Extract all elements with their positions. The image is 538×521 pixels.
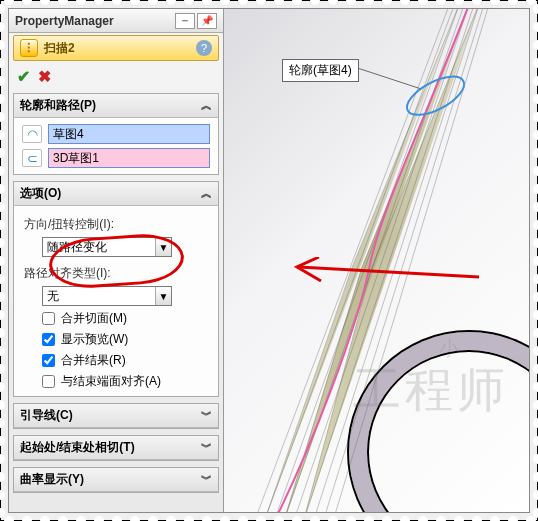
- chevron-down-icon: ︾: [201, 440, 212, 455]
- path-align-label: 路径对齐类型(I):: [24, 265, 208, 282]
- align-ends-checkbox[interactable]: 与结束端面对齐(A): [42, 373, 210, 390]
- svg-line-10: [352, 66, 421, 89]
- merge-result-label: 合并结果(R): [61, 352, 126, 369]
- merge-tangent-input[interactable]: [42, 312, 55, 325]
- twist-control-value: 随路径变化: [47, 239, 107, 256]
- merge-result-checkbox[interactable]: 合并结果(R): [42, 352, 210, 369]
- scallop-edge: [533, 0, 538, 521]
- section-startend: 起始处/结束处相切(T) ︾: [13, 435, 219, 461]
- scallop-edge: [0, 0, 538, 5]
- section-title: 选项(O): [20, 185, 61, 202]
- graphics-viewport[interactable]: 轮廓(草图4) 小 工程师: [224, 9, 529, 512]
- section-title: 轮廓和路径(P): [20, 97, 96, 114]
- path-value: 3D草图1: [53, 150, 99, 167]
- path-icon: ⊂: [22, 149, 42, 167]
- scallop-edge: [0, 0, 5, 521]
- section-title: 引导线(C): [20, 407, 73, 424]
- profile-callout[interactable]: 轮廓(草图4): [282, 59, 359, 82]
- twist-control-label: 方向/扭转控制(I):: [24, 216, 208, 233]
- section-guides: 引导线(C) ︾: [13, 403, 219, 429]
- profile-icon: ◠: [22, 125, 42, 143]
- section-title: 起始处/结束处相切(T): [20, 439, 135, 456]
- callout-label: 轮廓(草图4): [289, 63, 352, 77]
- align-ends-input[interactable]: [42, 375, 55, 388]
- panel-title: PropertyManager: [15, 14, 173, 28]
- pin-button[interactable]: 📌: [197, 13, 217, 29]
- section-curvature: 曲率显示(Y) ︾: [13, 467, 219, 493]
- section-options: 选项(O) ︽ 方向/扭转控制(I): 随路径变化 ▼ 路径对齐类型(I): 无…: [13, 181, 219, 397]
- section-profile-path-header[interactable]: 轮廓和路径(P) ︽: [14, 94, 218, 118]
- section-options-header[interactable]: 选项(O) ︽: [14, 182, 218, 206]
- chevron-up-icon: ︽: [201, 98, 212, 113]
- align-ends-label: 与结束端面对齐(A): [61, 373, 161, 390]
- help-button[interactable]: ?: [196, 40, 212, 56]
- merge-tangent-label: 合并切面(M): [61, 310, 127, 327]
- show-preview-input[interactable]: [42, 333, 55, 346]
- chevron-up-icon: ︽: [201, 186, 212, 201]
- profile-field[interactable]: 草图4: [48, 124, 210, 144]
- chevron-down-icon: ︾: [201, 472, 212, 487]
- panel-header: PropertyManager ⎓ 📌: [9, 9, 223, 33]
- property-manager-panel: PropertyManager ⎓ 📌 ᎒ 扫描2 ? ✔ ✖ 轮廓和路径(P)…: [9, 9, 224, 512]
- show-preview-checkbox[interactable]: 显示预览(W): [42, 331, 210, 348]
- ok-button[interactable]: ✔: [17, 67, 30, 86]
- keep-visible-button[interactable]: ⎓: [175, 13, 195, 29]
- section-profile-path: 轮廓和路径(P) ︽ ◠ 草图4 ⊂ 3D草图1: [13, 93, 219, 175]
- merge-result-input[interactable]: [42, 354, 55, 367]
- feature-title-bar: ᎒ 扫描2 ?: [13, 35, 219, 61]
- cancel-button[interactable]: ✖: [38, 67, 51, 86]
- chevron-down-icon: ▼: [155, 287, 171, 305]
- chevron-down-icon: ︾: [201, 408, 212, 423]
- section-startend-header[interactable]: 起始处/结束处相切(T) ︾: [14, 436, 218, 460]
- profile-value: 草图4: [53, 126, 84, 143]
- path-align-value: 无: [47, 288, 59, 305]
- show-preview-label: 显示预览(W): [61, 331, 128, 348]
- section-guides-header[interactable]: 引导线(C) ︾: [14, 404, 218, 428]
- feature-name: 扫描2: [44, 40, 75, 57]
- chevron-down-icon: ▼: [155, 238, 171, 256]
- path-align-combo[interactable]: 无 ▼: [42, 286, 172, 306]
- twist-control-combo[interactable]: 随路径变化 ▼: [42, 237, 172, 257]
- path-field[interactable]: 3D草图1: [48, 148, 210, 168]
- section-curvature-header[interactable]: 曲率显示(Y) ︾: [14, 468, 218, 492]
- section-title: 曲率显示(Y): [20, 471, 84, 488]
- sweep-feature-icon: ᎒: [20, 39, 38, 57]
- merge-tangent-checkbox[interactable]: 合并切面(M): [42, 310, 210, 327]
- scallop-edge: [0, 516, 538, 521]
